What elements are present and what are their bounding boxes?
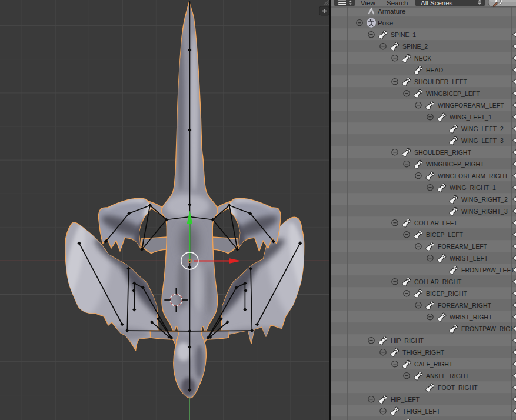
svg-text:WING_LEFT_1: WING_LEFT_1: [450, 114, 492, 121]
svg-text:All Scenes: All Scenes: [421, 0, 453, 6]
svg-text:WING_RIGHT_2: WING_RIGHT_2: [461, 196, 508, 203]
svg-text:BICEP_RIGHT: BICEP_RIGHT: [426, 290, 468, 297]
svg-text:FOREARM_LEFT: FOREARM_LEFT: [438, 243, 488, 250]
svg-text:Search: Search: [387, 0, 408, 6]
svg-text:Armature: Armature: [378, 8, 405, 15]
svg-text:COLLAR_RIGHT: COLLAR_RIGHT: [414, 278, 462, 285]
svg-text:WINGFOREARM_RIGHT: WINGFOREARM_RIGHT: [438, 172, 508, 179]
svg-text:SHOULDER_RIGHT: SHOULDER_RIGHT: [414, 149, 471, 156]
svg-text:WRIST_RIGHT: WRIST_RIGHT: [450, 314, 492, 321]
svg-text:WINGFOREARM_LEFT: WINGFOREARM_LEFT: [438, 102, 504, 109]
svg-text:HIP_LEFT: HIP_LEFT: [391, 396, 420, 403]
svg-text:CALF_RIGHT: CALF_RIGHT: [414, 361, 453, 368]
svg-text:SPINE_1: SPINE_1: [391, 31, 416, 38]
svg-text:HEAD: HEAD: [426, 66, 444, 74]
svg-text:THIGH_LEFT: THIGH_LEFT: [402, 408, 441, 415]
svg-text:ANKLE_RIGHT: ANKLE_RIGHT: [426, 372, 470, 379]
svg-text:WING_RIGHT_1: WING_RIGHT_1: [450, 184, 496, 191]
svg-text:FOOT_RIGHT: FOOT_RIGHT: [438, 384, 478, 391]
svg-text:HIP_RIGHT: HIP_RIGHT: [391, 337, 424, 344]
svg-text:NECK: NECK: [414, 55, 431, 62]
svg-text:FRONTPAW_LEFT: FRONTPAW_LEFT: [461, 266, 515, 274]
svg-text:WINGBICEP_RIGHT: WINGBICEP_RIGHT: [426, 161, 484, 168]
svg-text:View: View: [361, 0, 375, 6]
svg-text:WINGBICEP_LEFT: WINGBICEP_LEFT: [426, 90, 480, 97]
svg-text:WING_LEFT_2: WING_LEFT_2: [461, 125, 504, 132]
svg-text:FOREARM_RIGHT: FOREARM_RIGHT: [438, 302, 492, 309]
svg-text:SPINE_2: SPINE_2: [402, 43, 428, 50]
svg-text:COLLAR_LEFT: COLLAR_LEFT: [414, 219, 458, 226]
svg-text:FRONTPAW_RIGHT: FRONTPAW_RIGHT: [461, 325, 516, 332]
svg-text:BICEP_LEFT: BICEP_LEFT: [426, 231, 464, 238]
svg-text:WING_RIGHT_3: WING_RIGHT_3: [461, 208, 508, 215]
svg-text:SHOULDER_LEFT: SHOULDER_LEFT: [414, 78, 467, 85]
svg-text:Pose: Pose: [378, 19, 393, 26]
svg-text:WRIST_LEFT: WRIST_LEFT: [450, 255, 488, 262]
svg-text:THIGH_RIGHT: THIGH_RIGHT: [402, 349, 445, 356]
svg-text:WING_LEFT_3: WING_LEFT_3: [461, 137, 504, 144]
